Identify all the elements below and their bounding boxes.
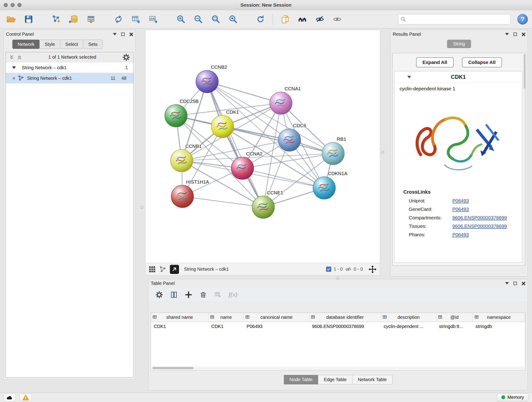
cell-namespace[interactable]: stringdb xyxy=(473,322,525,331)
results-scrollbar[interactable] xyxy=(524,54,525,265)
cloud-status-button[interactable] xyxy=(4,394,16,401)
search-box[interactable] xyxy=(398,14,510,24)
network-node-ccne1[interactable] xyxy=(252,196,274,218)
delete-column-icon[interactable] xyxy=(199,291,207,299)
network-node-cdk1[interactable] xyxy=(211,115,234,138)
export-image-button[interactable] xyxy=(146,12,160,26)
cell-canonical-name[interactable]: P06493 xyxy=(244,322,309,331)
close-panel-icon[interactable] xyxy=(521,32,525,36)
minimize-window-button[interactable] xyxy=(11,3,15,7)
panel-menu-icon[interactable] xyxy=(505,33,509,35)
tree-expander-icon[interactable] xyxy=(12,66,16,69)
zoom-window-button[interactable] xyxy=(17,3,22,7)
crosslink-link[interactable]: 9606.ENSP00000378699 xyxy=(452,223,507,229)
table-row[interactable]: CDK1 CDK1 P06493 9606.ENSP00000378699 cy… xyxy=(151,322,525,331)
tab-string[interactable]: String xyxy=(447,40,471,48)
left-splitter-handle[interactable] xyxy=(140,206,143,209)
bottom-splitter-handle[interactable] xyxy=(336,277,339,280)
import-network-button[interactable] xyxy=(49,12,63,26)
save-session-button[interactable] xyxy=(22,12,36,26)
detach-view-button[interactable] xyxy=(170,265,179,274)
table-horizontal-scrollbar[interactable] xyxy=(152,366,525,370)
network-node-ccna1[interactable] xyxy=(270,92,292,114)
network-node-cdc25b[interactable] xyxy=(165,104,187,127)
cell-database-identifier[interactable]: 9606.ENSP00000378699 xyxy=(309,322,381,331)
network-canvas[interactable]: CCNB2CCNA1CDC25BCDK1CDC6RB1CCNB1CCNA2CDK… xyxy=(146,30,380,263)
crosslink-link[interactable]: P06493 xyxy=(452,198,469,204)
show-columns-icon[interactable] xyxy=(170,291,178,299)
close-panel-icon[interactable] xyxy=(521,281,525,285)
network-from-selection-button[interactable] xyxy=(111,12,126,26)
network-overview-icon[interactable] xyxy=(159,266,166,273)
selected-checkbox-icon[interactable] xyxy=(326,267,331,272)
pan-crosshair-icon[interactable] xyxy=(368,265,377,274)
memory-button[interactable]: Memory xyxy=(497,394,528,401)
refresh-view-button[interactable] xyxy=(253,12,268,26)
zoom-in-button[interactable] xyxy=(174,12,188,26)
float-panel-icon[interactable] xyxy=(121,32,125,36)
search-input[interactable] xyxy=(408,17,508,22)
column-header[interactable]: database identifier xyxy=(309,313,381,322)
close-window-button[interactable] xyxy=(4,3,8,7)
warnings-button[interactable] xyxy=(20,394,32,401)
network-edge[interactable] xyxy=(182,196,263,207)
network-node-cdkn1a[interactable] xyxy=(313,177,336,199)
network-edge[interactable] xyxy=(207,82,281,103)
column-header[interactable]: description xyxy=(381,313,437,322)
cell-description[interactable]: cyclin-dependent ... xyxy=(381,322,437,331)
tab-style[interactable]: Style xyxy=(39,40,60,49)
network-node-ccnb2[interactable] xyxy=(196,70,218,93)
grid-view-icon[interactable] xyxy=(149,266,156,273)
column-header[interactable]: namespace xyxy=(473,313,525,322)
column-header[interactable]: @id xyxy=(437,313,473,322)
birdseye-view-button[interactable] xyxy=(295,12,310,26)
panel-menu-icon[interactable] xyxy=(505,282,509,284)
network-edge[interactable] xyxy=(207,82,263,207)
gear-icon[interactable] xyxy=(122,53,130,61)
right-splitter-handle[interactable] xyxy=(381,151,384,154)
network-node-ccna2[interactable] xyxy=(231,157,254,179)
collapse-all-tree-icon[interactable] xyxy=(17,55,22,60)
cell-id[interactable]: stringdb:9... xyxy=(436,322,473,331)
scrollbar-thumb[interactable] xyxy=(152,367,194,369)
tab-node-table[interactable]: Node Table xyxy=(284,375,318,384)
function-builder-button[interactable]: f(x) xyxy=(229,291,237,298)
open-session-button[interactable] xyxy=(4,12,18,26)
import-network-from-database-button[interactable] xyxy=(66,12,81,26)
tab-sets[interactable]: Sets xyxy=(83,40,103,49)
network-node-cdc6[interactable] xyxy=(278,129,301,151)
cell-shared-name[interactable]: CDK1 xyxy=(151,322,209,331)
cell-name[interactable]: CDK1 xyxy=(209,322,244,331)
network-collection-row[interactable]: String Network – cdk1 1 xyxy=(6,62,133,73)
tab-edge-table[interactable]: Edge Table xyxy=(318,375,352,384)
tab-network-table[interactable]: Network Table xyxy=(352,375,393,384)
crosslink-link[interactable]: 9606.ENSP00000378699 xyxy=(452,215,507,220)
zoom-fit-button[interactable] xyxy=(209,12,223,26)
column-header[interactable]: shared name xyxy=(151,313,209,322)
tab-network[interactable]: Network xyxy=(12,40,40,49)
collapse-gene-icon[interactable] xyxy=(407,76,411,78)
add-column-icon[interactable] xyxy=(185,291,192,299)
expand-all-tree-icon[interactable] xyxy=(9,55,14,60)
crosslink-link[interactable]: P06493 xyxy=(452,206,469,212)
column-header[interactable]: name xyxy=(209,313,244,322)
show-all-button[interactable] xyxy=(330,12,344,26)
expand-all-button[interactable]: Expand All xyxy=(416,57,454,67)
collapse-all-button[interactable]: Collapse All xyxy=(462,57,502,67)
hide-selected-button[interactable] xyxy=(313,12,327,26)
tab-select[interactable]: Select xyxy=(60,40,83,49)
panel-menu-icon[interactable] xyxy=(113,33,117,35)
table-settings-gear-icon[interactable] xyxy=(155,291,163,299)
copy-document-button[interactable] xyxy=(278,12,292,26)
column-header[interactable]: canonical name xyxy=(244,313,309,322)
network-node-rb1[interactable] xyxy=(322,142,344,165)
float-panel-icon[interactable] xyxy=(513,282,517,285)
new-table-button[interactable] xyxy=(129,12,143,26)
gene-card-header[interactable]: CDK1 xyxy=(394,71,522,83)
help-button[interactable]: ? xyxy=(517,14,528,25)
network-node-hist1h1a[interactable] xyxy=(171,185,194,208)
import-table-button[interactable] xyxy=(84,12,98,26)
float-panel-icon[interactable] xyxy=(513,32,517,36)
results-scrollbar-thumb[interactable] xyxy=(524,54,525,89)
crosslink-link[interactable]: P06493 xyxy=(452,232,469,237)
